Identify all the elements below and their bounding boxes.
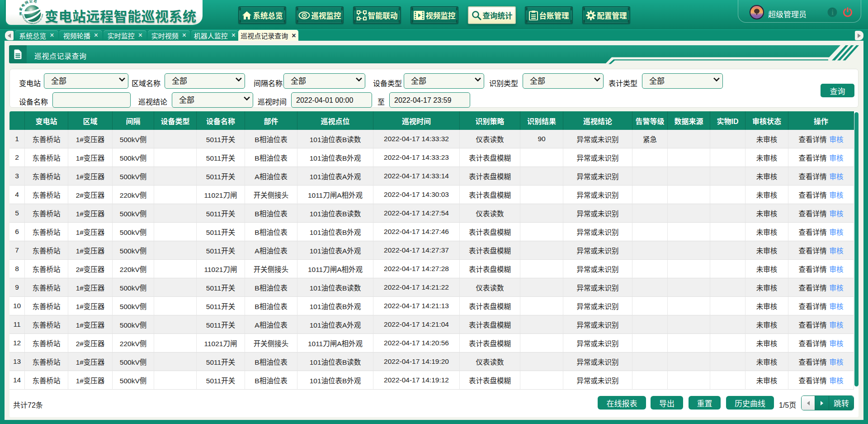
svg-text:i: i bbox=[831, 9, 834, 16]
